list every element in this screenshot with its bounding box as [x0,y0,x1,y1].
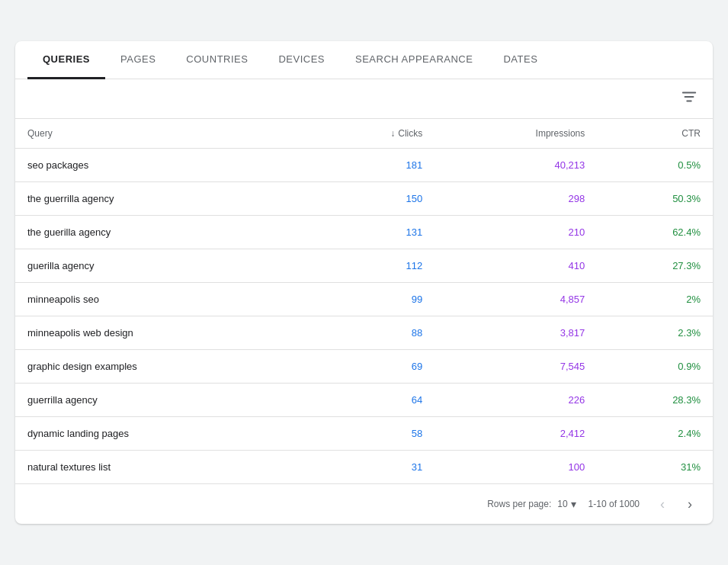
cell-impressions: 3,817 [435,316,597,350]
table-row: natural textures list3110031% [15,451,713,484]
table-row: the guerilla agency13121062.4% [15,216,713,249]
cell-ctr: 2% [597,283,713,316]
data-table: Query ↓Clicks Impressions CTR seo packag… [15,119,713,483]
table-row: the guerrilla agency15029850.3% [15,182,713,216]
table-header-row: Query ↓Clicks Impressions CTR [15,119,713,149]
table-row: graphic design examples697,5450.9% [15,350,713,384]
table-row: minneapolis web design883,8172.3% [15,316,713,350]
dropdown-arrow-icon: ▾ [571,498,576,510]
cell-query: natural textures list [15,451,310,484]
tab-bar: QUERIES PAGES COUNTRIES DEVICES SEARCH A… [15,41,713,79]
cell-query: dynamic landing pages [15,417,310,451]
cell-clicks: 112 [310,249,435,283]
main-card: QUERIES PAGES COUNTRIES DEVICES SEARCH A… [15,41,713,524]
cell-query: guerilla agency [15,249,310,283]
table-row: minneapolis seo994,8572% [15,283,713,316]
cell-clicks: 181 [310,149,435,182]
cell-impressions: 2,412 [435,417,597,451]
cell-clicks: 150 [310,182,435,216]
cell-ctr: 50.3% [597,182,713,216]
table-row: seo packages18140,2130.5% [15,149,713,182]
cell-query: graphic design examples [15,350,310,384]
next-page-button[interactable]: › [679,493,701,515]
filter-icon[interactable] [681,88,698,109]
cell-ctr: 31% [597,451,713,484]
cell-ctr: 2.4% [597,417,713,451]
cell-clicks: 69 [310,350,435,384]
cell-impressions: 40,213 [435,149,597,182]
cell-query: minneapolis seo [15,283,310,316]
rows-per-page-label: Rows per page: [487,499,551,509]
col-header-impressions: Impressions [435,119,597,149]
tab-search-appearance[interactable]: SEARCH APPEARANCE [340,41,488,79]
col-header-clicks[interactable]: ↓Clicks [310,119,435,149]
tab-dates[interactable]: DATES [488,41,553,79]
col-header-ctr: CTR [597,119,713,149]
tab-queries[interactable]: QUERIES [27,41,105,79]
tab-countries[interactable]: COUNTRIES [171,41,263,79]
table-row: guerrilla agency6422628.3% [15,384,713,417]
cell-impressions: 226 [435,384,597,417]
cell-clicks: 31 [310,451,435,484]
rows-per-page-control: Rows per page: 10 ▾ [487,498,576,510]
cell-query: minneapolis web design [15,316,310,350]
cell-query: guerrilla agency [15,384,310,417]
cell-impressions: 410 [435,249,597,283]
page-range-label: 1-10 of 1000 [588,499,640,509]
cell-clicks: 131 [310,216,435,249]
cell-query: seo packages [15,149,310,182]
toolbar [15,79,713,119]
tab-pages[interactable]: PAGES [105,41,171,79]
cell-ctr: 28.3% [597,384,713,417]
cell-query: the guerrilla agency [15,182,310,216]
cell-ctr: 2.3% [597,316,713,350]
cell-impressions: 298 [435,182,597,216]
rows-per-page-select[interactable]: 10 ▾ [557,498,576,510]
cell-impressions: 210 [435,216,597,249]
cell-clicks: 58 [310,417,435,451]
cell-impressions: 7,545 [435,350,597,384]
pagination-bar: Rows per page: 10 ▾ 1-10 of 1000 ‹ › [15,483,713,524]
page-navigation: ‹ › [652,493,701,515]
cell-impressions: 4,857 [435,283,597,316]
sort-arrow-icon: ↓ [390,128,395,139]
cell-clicks: 64 [310,384,435,417]
cell-impressions: 100 [435,451,597,484]
tab-devices[interactable]: DEVICES [263,41,340,79]
cell-ctr: 0.5% [597,149,713,182]
cell-query: the guerilla agency [15,216,310,249]
table-row: guerilla agency11241027.3% [15,249,713,283]
cell-clicks: 88 [310,316,435,350]
col-header-query: Query [15,119,310,149]
table-row: dynamic landing pages582,4122.4% [15,417,713,451]
cell-ctr: 62.4% [597,216,713,249]
cell-ctr: 27.3% [597,249,713,283]
rows-per-page-value: 10 [557,499,567,509]
cell-clicks: 99 [310,283,435,316]
prev-page-button[interactable]: ‹ [652,493,673,515]
cell-ctr: 0.9% [597,350,713,384]
